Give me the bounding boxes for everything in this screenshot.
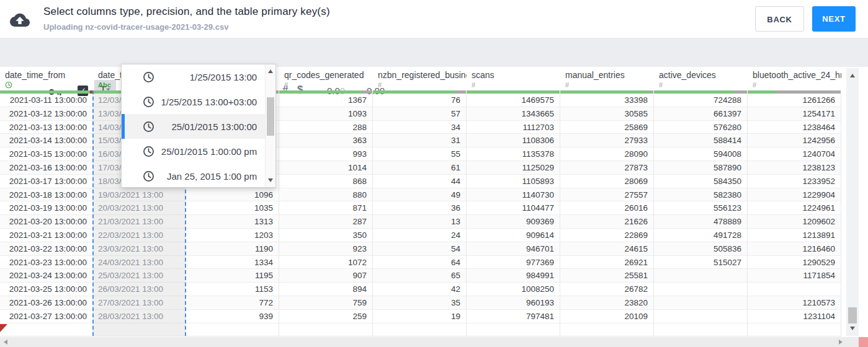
table-cell: 23/03/2021 13:00 <box>93 242 185 256</box>
table-cell: 2021-03-25 13:00:00 <box>0 283 92 296</box>
column-type-indicator: # <box>748 81 841 90</box>
dropdown-scrollbar-thumb[interactable] <box>267 97 274 136</box>
dropdown-option[interactable]: 1/25/2015 13:00 <box>122 64 265 89</box>
table-column[interactable]: manual_entries#3339830585258692793328090… <box>560 68 654 336</box>
table-cell: 27933 <box>560 134 653 147</box>
table-column[interactable]: qr_codes_generated#136710932883639931014… <box>279 68 373 336</box>
clock-icon <box>143 121 154 133</box>
table-cell: 1469575 <box>467 94 560 107</box>
table-cell: 880 <box>279 188 372 202</box>
column-cells: 3339830585258692793328090278732806927557… <box>560 94 654 336</box>
table-cell: 1153 <box>186 283 279 296</box>
table-cell: 1210573 <box>748 296 841 310</box>
scrollbar-corner-marker <box>859 337 868 347</box>
table-cell: 491728 <box>654 229 747 242</box>
table-column[interactable]: bluetooth_active_24_hr_#1261266125417112… <box>748 68 841 336</box>
upload-filename-subtitle: Uploading nz-covid-tracer-usage-2021-03-… <box>43 22 228 32</box>
selected-column-left-border <box>92 90 94 336</box>
table-cell: 1334 <box>186 256 279 270</box>
table-cell: 288 <box>279 121 372 134</box>
table-cell: 977369 <box>467 256 560 270</box>
table-column[interactable]: active_devices#7242886613975762805884145… <box>654 68 748 336</box>
column-type-indicator: # <box>279 81 373 90</box>
table-cell: 1108306 <box>467 134 560 147</box>
table-cell: 26921 <box>560 256 653 270</box>
table-cell: 2021-03-23 13:00:00 <box>0 256 92 270</box>
table-column[interactable]: scans#1469575134366511127031108306113537… <box>467 68 560 336</box>
table-cell: 2021-03-16 13:00:00 <box>0 161 92 175</box>
table-cell <box>654 269 747 283</box>
table-cell: 1261266 <box>748 94 841 107</box>
dropdown-option[interactable]: 1/25/2015 13:00+03:00 <box>122 89 265 114</box>
table-cell: 287 <box>279 215 372 229</box>
csv-upload-wizard: Select columns type, precision, and the … <box>0 0 868 347</box>
column-cells: 7242886613975762805884145940085878905843… <box>654 94 748 336</box>
table-cell: 1093 <box>279 107 372 121</box>
horizontal-scrollbar[interactable] <box>0 337 859 347</box>
table-cell: 1254171 <box>748 107 841 121</box>
dropdown-option[interactable]: 25/01/2015 1:00:00 pm <box>122 139 265 164</box>
vertical-scrollbar[interactable] <box>846 68 859 336</box>
table-cell <box>748 283 841 296</box>
table-cell: 1104477 <box>467 201 560 215</box>
table-cell: 25581 <box>560 269 653 283</box>
table-cell: 1035 <box>186 201 279 215</box>
cloud-upload-icon <box>10 11 30 29</box>
table-cell: 64 <box>373 256 466 270</box>
table-cell: 20/03/2021 13:00 <box>93 201 185 215</box>
table-cell: 556123 <box>654 201 747 215</box>
scroll-right-arrow[interactable] <box>839 340 843 345</box>
table-cell: 2021-03-21 13:00:00 <box>0 229 92 242</box>
column-type-indicator: # <box>373 81 467 90</box>
table-column[interactable]: nzbn_registered_busine#76573431556144493… <box>373 68 467 336</box>
table-cell: 478889 <box>654 215 747 229</box>
scroll-up-arrow[interactable] <box>268 69 273 73</box>
vertical-scrollbar-thumb[interactable] <box>848 307 857 323</box>
table-cell: 1203 <box>186 229 279 242</box>
dropdown-option[interactable]: Jan 25, 2015 1:00 pm <box>122 164 265 188</box>
next-button[interactable]: NEXT <box>812 6 856 32</box>
dropdown-option-label: 25/01/2015 1:00:00 pm <box>154 146 257 157</box>
table-cell: 1240704 <box>748 147 841 161</box>
table-cell: 582380 <box>654 188 747 202</box>
quality-bar-segment-green <box>748 90 776 94</box>
table-cell: 2021-03-14 13:00:00 <box>0 134 92 147</box>
dropdown-scrollbar[interactable] <box>265 64 275 187</box>
table-cell: 584350 <box>654 175 747 188</box>
dropdown-option[interactable]: 25/01/2015 13:00:00 <box>122 114 265 139</box>
table-cell: 20109 <box>560 310 653 323</box>
table-cell: 993 <box>279 147 372 161</box>
table-cell: 1238123 <box>748 161 841 175</box>
table-cell <box>654 310 747 323</box>
scroll-down-arrow[interactable] <box>268 178 273 182</box>
back-button[interactable]: BACK <box>755 6 804 32</box>
table-cell: 894 <box>279 283 372 296</box>
table-cell: 1224961 <box>748 201 841 215</box>
clock-icon <box>143 71 154 83</box>
scroll-left-arrow[interactable] <box>4 340 7 345</box>
table-cell: 26782 <box>560 283 653 296</box>
table-cell: 34 <box>373 121 466 134</box>
column-name: manual_entries <box>560 68 654 81</box>
quality-bar-segment-green <box>373 90 455 94</box>
table-cell: 65 <box>373 269 466 283</box>
table-cell: 13 <box>373 215 466 229</box>
table-cell: 1238464 <box>748 121 841 134</box>
table-cell: 26016 <box>560 201 653 215</box>
table-cell: 1213891 <box>748 229 841 242</box>
scroll-down-arrow[interactable] <box>850 327 855 330</box>
dropdown-option-label: 25/01/2015 13:00:00 <box>154 121 257 132</box>
table-cell: 30585 <box>560 107 653 121</box>
selected-option-accent <box>122 114 125 139</box>
table-cell: 2021-03-11 13:00:00 <box>0 94 92 107</box>
table-cell: 54 <box>373 242 466 256</box>
column-cells: 1469575134366511127031108306113537811250… <box>467 94 560 336</box>
table-column[interactable]: date_time_from2021-03-11 13:00:002021-03… <box>0 68 93 336</box>
table-cell: 1195 <box>186 269 279 283</box>
table-cell: 1209602 <box>748 215 841 229</box>
scroll-up-arrow[interactable] <box>850 74 855 77</box>
table-cell: 871 <box>279 201 372 215</box>
table-cell: 1125029 <box>467 161 560 175</box>
table-cell: 33398 <box>560 94 653 107</box>
table-cell: 1171854 <box>748 269 841 283</box>
